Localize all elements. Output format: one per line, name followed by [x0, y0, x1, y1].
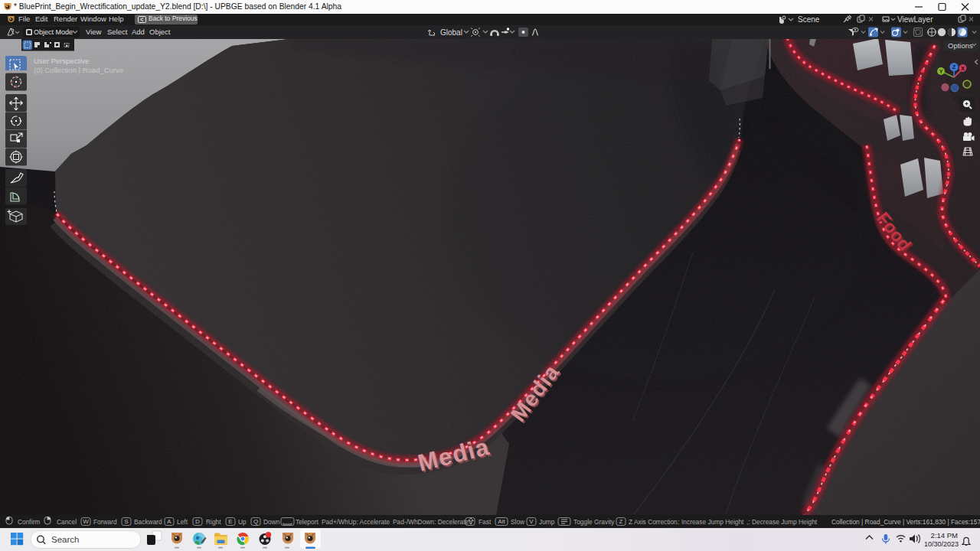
- svg-text:Z Axis Correction: Z Axis Correction: [629, 518, 678, 526]
- svg-text:ViewLayer: ViewLayer: [897, 15, 933, 24]
- svg-text:,: Decrease Jump Height: ,: Decrease Jump Height: [746, 518, 818, 526]
- svg-text:Slow: Slow: [511, 518, 525, 526]
- svg-text:Pad+/WhUp: Accelerate: Pad+/WhUp: Accelerate: [322, 518, 390, 526]
- svg-text:2:14 PM: 2:14 PM: [931, 531, 958, 540]
- svg-text:E: E: [228, 518, 232, 525]
- svg-text:Left: Left: [177, 518, 188, 526]
- svg-text:Toggle Gravity: Toggle Gravity: [573, 518, 615, 526]
- svg-text:Backward: Backward: [134, 518, 162, 526]
- svg-text:Up: Up: [238, 518, 247, 526]
- svg-text:Z: Z: [619, 518, 623, 525]
- svg-text:User Perspective: User Perspective: [34, 57, 89, 65]
- svg-text:Pad-/WhDown: Decelerate: Pad-/WhDown: Decelerate: [393, 518, 469, 526]
- svg-text:Forward: Forward: [93, 518, 117, 526]
- svg-text:Teleport: Teleport: [296, 518, 318, 526]
- svg-text:D: D: [195, 518, 200, 525]
- svg-text:Fast: Fast: [479, 518, 492, 526]
- svg-text:W: W: [83, 518, 89, 525]
- svg-text:V: V: [529, 518, 534, 525]
- svg-text:(0) Collection | Road_Curve: (0) Collection | Road_Curve: [34, 66, 123, 74]
- svg-text:Z: Z: [952, 64, 956, 70]
- svg-text:Confirm: Confirm: [18, 518, 40, 526]
- svg-text:Down: Down: [263, 518, 280, 526]
- svg-text:Options: Options: [948, 41, 973, 50]
- svg-text:Right: Right: [206, 518, 221, 526]
- svg-text:10/30/2023: 10/30/2023: [924, 540, 959, 548]
- svg-text:Search: Search: [51, 535, 79, 544]
- svg-text:Cancel: Cancel: [57, 518, 77, 526]
- svg-text:Alt: Alt: [498, 518, 505, 525]
- svg-text:Jump: Jump: [539, 518, 555, 526]
- svg-text:S: S: [124, 518, 128, 525]
- svg-text:Scene: Scene: [798, 15, 820, 24]
- svg-text:X: X: [961, 66, 965, 71]
- svg-text:Global: Global: [440, 28, 462, 37]
- svg-text:Collection | Road_Curve | Vert: Collection | Road_Curve | Verts:161,830 …: [831, 518, 980, 526]
- svg-text:.: Increase Jump Height: .: Increase Jump Height: [676, 518, 744, 526]
- svg-text:A: A: [167, 518, 172, 525]
- svg-text:Y: Y: [939, 69, 943, 74]
- svg-text:Q: Q: [253, 518, 258, 525]
